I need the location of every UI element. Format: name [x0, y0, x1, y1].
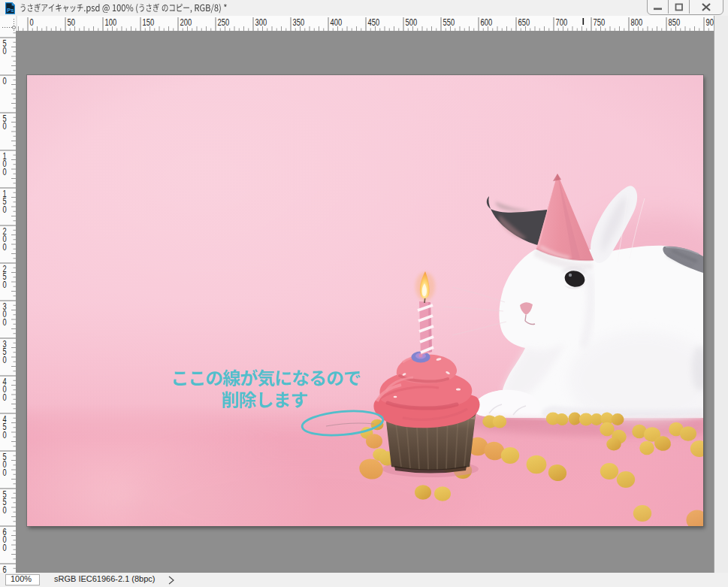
svg-text:800: 800: [631, 17, 643, 28]
svg-text:200: 200: [180, 17, 192, 28]
svg-text:0: 0: [3, 45, 7, 56]
svg-text:0: 0: [3, 120, 7, 132]
svg-text:250: 250: [218, 17, 230, 28]
svg-text:0: 0: [3, 75, 7, 86]
svg-text:50: 50: [68, 17, 75, 28]
svg-text:600: 600: [481, 17, 493, 28]
svg-text:500: 500: [406, 17, 418, 28]
svg-text:400: 400: [331, 17, 343, 28]
svg-text:350: 350: [293, 17, 305, 28]
svg-text:0: 0: [3, 166, 7, 177]
svg-text:550: 550: [443, 17, 455, 28]
svg-text:0: 0: [3, 392, 7, 403]
svg-text:150: 150: [143, 17, 155, 28]
svg-text:450: 450: [368, 17, 380, 28]
svg-text:0: 0: [3, 279, 7, 290]
svg-text:650: 650: [518, 17, 530, 28]
svg-text:700: 700: [556, 17, 568, 28]
svg-text:300: 300: [255, 17, 267, 28]
svg-text:0: 0: [3, 204, 7, 215]
svg-text:100: 100: [105, 17, 117, 28]
svg-text:850: 850: [669, 17, 681, 28]
svg-text:750: 750: [594, 17, 606, 28]
svg-text:0: 0: [3, 354, 7, 365]
svg-text:0: 0: [3, 542, 7, 553]
svg-text:0: 0: [3, 316, 7, 328]
svg-text:900: 900: [706, 17, 714, 28]
svg-text:0: 0: [3, 429, 7, 440]
svg-text:0: 0: [30, 17, 34, 28]
svg-text:0: 0: [3, 504, 7, 516]
svg-text:0: 0: [3, 241, 7, 253]
svg-text:0: 0: [3, 467, 7, 478]
